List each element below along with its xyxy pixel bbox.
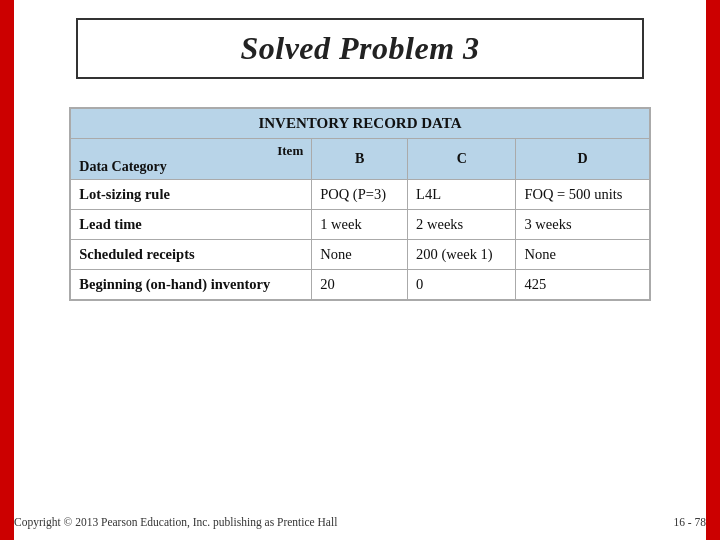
title-box: Solved Problem 3 [76, 18, 645, 79]
left-border [0, 0, 14, 540]
table-section-header-row: INVENTORY RECORD DATA [71, 109, 649, 139]
row-1-c: 2 weeks [408, 210, 516, 240]
row-2-c: 200 (week 1) [408, 240, 516, 270]
row-0-b: POQ (P=3) [312, 180, 408, 210]
right-border [706, 0, 720, 540]
row-0-d: FOQ = 500 units [516, 180, 649, 210]
footer: Copyright © 2013 Pearson Education, Inc.… [14, 516, 706, 528]
col-b-header: B [312, 139, 408, 180]
table-container: INVENTORY RECORD DATA Item Data Category… [69, 107, 650, 301]
row-2-b: None [312, 240, 408, 270]
col-d-header: D [516, 139, 649, 180]
row-3-b: 20 [312, 270, 408, 300]
row-1-d: 3 weeks [516, 210, 649, 240]
section-header-cell: INVENTORY RECORD DATA [71, 109, 649, 139]
data-category-header: Item Data Category [71, 139, 312, 180]
table-row: Scheduled receipts None 200 (week 1) Non… [71, 240, 649, 270]
copyright-text: Copyright © 2013 Pearson Education, Inc.… [14, 516, 337, 528]
main-content: Solved Problem 3 INVENTORY RECORD DATA I… [14, 0, 706, 540]
row-0-c: L4L [408, 180, 516, 210]
row-1-label: Lead time [71, 210, 312, 240]
row-1-b: 1 week [312, 210, 408, 240]
row-2-d: None [516, 240, 649, 270]
row-3-d: 425 [516, 270, 649, 300]
table-row: Lead time 1 week 2 weeks 3 weeks [71, 210, 649, 240]
page-number: 16 - 78 [673, 516, 706, 528]
row-2-label: Scheduled receipts [71, 240, 312, 270]
row-3-label: Beginning (on-hand) inventory [71, 270, 312, 300]
table-row: Beginning (on-hand) inventory 20 0 425 [71, 270, 649, 300]
inventory-table: INVENTORY RECORD DATA Item Data Category… [70, 108, 649, 300]
table-row: Lot-sizing rule POQ (P=3) L4L FOQ = 500 … [71, 180, 649, 210]
col-c-header: C [408, 139, 516, 180]
row-0-label: Lot-sizing rule [71, 180, 312, 210]
page-title: Solved Problem 3 [240, 30, 479, 66]
data-category-label: Data Category [79, 159, 303, 175]
item-label: Item [79, 143, 303, 159]
row-3-c: 0 [408, 270, 516, 300]
table-column-header-row: Item Data Category B C D [71, 139, 649, 180]
